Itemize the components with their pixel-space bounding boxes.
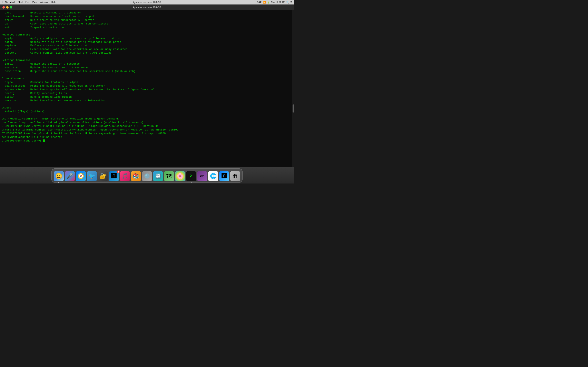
scrollbar[interactable]: [292, 10, 294, 167]
term-line: Advanced Commands:: [2, 33, 292, 37]
term-line: [2, 113, 292, 117]
term-line: port-forward Forward one or more local p…: [2, 15, 292, 18]
term-line: apply Apply a configuration to a resourc…: [2, 37, 292, 40]
term-line: Other Commands:: [2, 77, 292, 81]
menubar-left:  Terminal Shell Edit View Window Help: [2, 1, 56, 4]
term-line: kubectl [flags] [options]: [2, 110, 292, 113]
window-controls: [2, 6, 12, 8]
dock-icon-app-store[interactable]: 🅰2: [109, 171, 119, 181]
term-line: Use "kubectl <command> --help" for more …: [2, 117, 292, 121]
dock-icon-trash[interactable]: 🗑: [230, 171, 240, 181]
dock-icon-itunes[interactable]: 🎵: [120, 171, 130, 181]
term-line: [2, 55, 292, 58]
dock-icon-system-preferences[interactable]: ⚙️: [142, 171, 152, 181]
minimize-button[interactable]: [6, 6, 9, 8]
dock-dot: [191, 182, 191, 183]
term-line: CTUM50917088A:kyma Jerry$ kubectl run he…: [2, 124, 292, 128]
maximize-button[interactable]: [10, 6, 12, 8]
search-icon[interactable]: 🔍: [286, 1, 289, 4]
term-line: version Print the client and server vers…: [2, 99, 292, 103]
term-line: plugin Runs a command-line plugin: [2, 95, 292, 99]
battery-icon: 🔋: [267, 1, 270, 4]
term-line: patch Update field(s) of a resource usin…: [2, 40, 292, 44]
sap-status: SAP: [257, 1, 262, 3]
dock-icon-books[interactable]: 📚: [131, 171, 141, 181]
menu-window[interactable]: Window: [40, 1, 49, 4]
dock-icon-safari[interactable]: 🧭: [76, 171, 86, 181]
dock-icon-siri[interactable]: 🎤: [65, 171, 75, 181]
term-line: wait Experimental: Wait for one conditio…: [2, 48, 292, 51]
dock-dot: [58, 182, 59, 183]
menu-view[interactable]: View: [32, 1, 37, 4]
cursor: [43, 140, 45, 142]
app-name[interactable]: Terminal: [5, 1, 15, 4]
apple-menu[interactable]: : [2, 1, 3, 4]
term-line: config Modify kubeconfig files: [2, 92, 292, 95]
term-line: proxy Run a proxy to the Kubernetes API …: [2, 18, 292, 22]
dock-icon-maps[interactable]: 🗺: [164, 171, 174, 181]
term-line: api-versions Print the supported API ver…: [2, 88, 292, 92]
term-line: Settings Commands:: [2, 58, 292, 62]
window-title-bar: kyma — -bash — 128×36: [133, 1, 161, 4]
menubar-status-area: SAP 📶 🔋 Thu 11:02 AM 🔍 ☰: [257, 1, 292, 4]
controls-icon[interactable]: ☰: [290, 1, 292, 4]
wifi-icon: 📶: [263, 1, 266, 4]
terminal-window: kyma — -bash — 128×36 exec Execute a com…: [0, 4, 294, 167]
window-title: kyma — -bash — 128×36: [133, 6, 161, 9]
menubar:  Terminal Shell Edit View Window Help k…: [0, 0, 294, 4]
term-line: [2, 29, 292, 33]
term-line: error: Error loading config file "/Users…: [2, 128, 292, 132]
dock-icon-keychain[interactable]: 🔐: [98, 171, 108, 181]
dock-icon-backup[interactable]: ↩️: [153, 171, 163, 181]
dock-icon-app-store-2[interactable]: 🅰: [219, 171, 229, 181]
term-line: [2, 102, 292, 106]
term-line: convert Convert config files between dif…: [2, 51, 292, 55]
close-button[interactable]: [2, 6, 5, 8]
term-line: alpha Commands for features in alpha: [2, 81, 292, 84]
dock-icon-photos[interactable]: 🌸: [175, 171, 185, 181]
dock: 😀🎤🧭🐦🔐🅰2🎵📚⚙️↩️🗺🌸>✏🌐🅰🗑: [52, 168, 242, 183]
term-line: deployment.apps/hello-minikube created: [2, 135, 292, 139]
term-line: Use "kubectl options" for a list of glob…: [2, 121, 292, 124]
dock-icon-vectorize[interactable]: ✏: [197, 171, 207, 181]
clock: Thu 11:02 AM: [271, 1, 285, 3]
term-line: Usage:: [2, 106, 292, 110]
scrollbar-thumb[interactable]: [293, 104, 294, 113]
term-line: auth Inspect authorization: [2, 26, 292, 29]
term-line: label Update the labels on a resource: [2, 62, 292, 66]
dock-area: 😀🎤🧭🐦🔐🅰2🎵📚⚙️↩️🗺🌸>✏🌐🅰🗑: [0, 167, 294, 184]
term-line: replace Replace a resource by filename o…: [2, 44, 292, 48]
term-line: exec Execute a command in a container: [2, 11, 292, 15]
window-titlebar: kyma — -bash — 128×36: [0, 4, 294, 10]
menu-edit[interactable]: Edit: [26, 1, 30, 4]
term-line: completion Output shell completion code …: [2, 69, 292, 73]
term-line: CTUM50917088A:kyma Jerry$: [2, 139, 292, 143]
term-line: api-resources Print the supported API re…: [2, 84, 292, 88]
dock-icon-finder[interactable]: 😀: [54, 171, 64, 181]
dock-icon-tweetbot[interactable]: 🐦: [87, 171, 97, 181]
term-line: [2, 73, 292, 77]
dock-icon-chrome[interactable]: 🌐: [208, 171, 218, 181]
term-line: cp Copy files and directories to and fro…: [2, 22, 292, 26]
term-line: annotate Update the annotations on a res…: [2, 66, 292, 69]
menu-help[interactable]: Help: [51, 1, 56, 4]
notification-badge: 2: [117, 170, 120, 173]
dock-icon-terminal[interactable]: >: [186, 171, 196, 181]
term-line: CTUM50917088A:kyma Jerry$ sudo kubectl r…: [2, 132, 292, 135]
menu-shell[interactable]: Shell: [17, 1, 23, 4]
terminal-body[interactable]: exec Execute a command in a container po…: [0, 10, 294, 167]
